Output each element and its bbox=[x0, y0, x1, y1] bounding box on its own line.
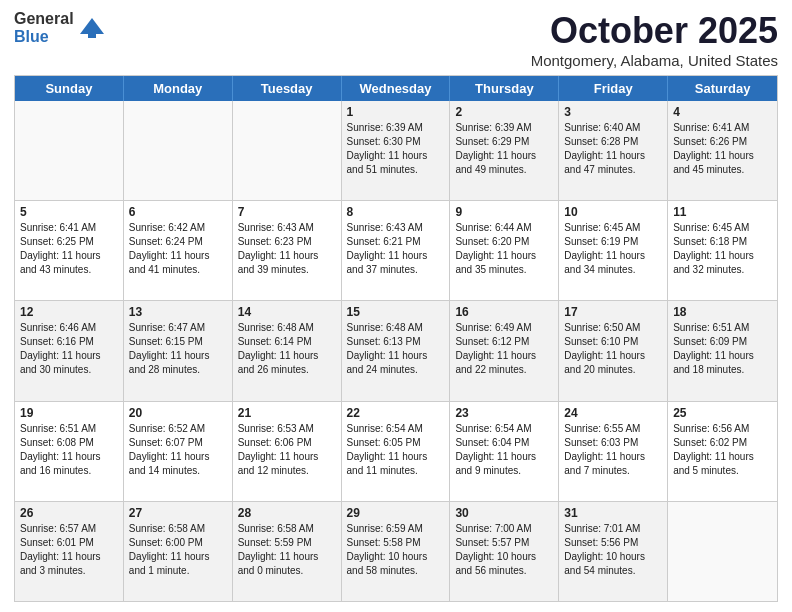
calendar-cell bbox=[233, 101, 342, 200]
cell-info: Sunrise: 6:43 AMSunset: 6:21 PMDaylight:… bbox=[347, 221, 445, 277]
day-number: 14 bbox=[238, 305, 336, 319]
day-number: 1 bbox=[347, 105, 445, 119]
logo-icon bbox=[78, 14, 106, 42]
cell-info: Sunrise: 6:58 AMSunset: 5:59 PMDaylight:… bbox=[238, 522, 336, 578]
calendar-cell: 18Sunrise: 6:51 AMSunset: 6:09 PMDayligh… bbox=[668, 301, 777, 400]
calendar-cell: 15Sunrise: 6:48 AMSunset: 6:13 PMDayligh… bbox=[342, 301, 451, 400]
cell-info: Sunrise: 6:58 AMSunset: 6:00 PMDaylight:… bbox=[129, 522, 227, 578]
header-day: Thursday bbox=[450, 76, 559, 101]
calendar-cell: 19Sunrise: 6:51 AMSunset: 6:08 PMDayligh… bbox=[15, 402, 124, 501]
svg-rect-1 bbox=[88, 34, 96, 38]
calendar-cell: 29Sunrise: 6:59 AMSunset: 5:58 PMDayligh… bbox=[342, 502, 451, 601]
cell-info: Sunrise: 6:47 AMSunset: 6:15 PMDaylight:… bbox=[129, 321, 227, 377]
calendar-cell: 13Sunrise: 6:47 AMSunset: 6:15 PMDayligh… bbox=[124, 301, 233, 400]
cell-info: Sunrise: 6:43 AMSunset: 6:23 PMDaylight:… bbox=[238, 221, 336, 277]
cell-info: Sunrise: 6:54 AMSunset: 6:04 PMDaylight:… bbox=[455, 422, 553, 478]
calendar-cell: 16Sunrise: 6:49 AMSunset: 6:12 PMDayligh… bbox=[450, 301, 559, 400]
calendar-cell: 23Sunrise: 6:54 AMSunset: 6:04 PMDayligh… bbox=[450, 402, 559, 501]
day-number: 28 bbox=[238, 506, 336, 520]
calendar-cell bbox=[124, 101, 233, 200]
cell-info: Sunrise: 7:01 AMSunset: 5:56 PMDaylight:… bbox=[564, 522, 662, 578]
day-number: 6 bbox=[129, 205, 227, 219]
calendar-cell: 21Sunrise: 6:53 AMSunset: 6:06 PMDayligh… bbox=[233, 402, 342, 501]
calendar-cell: 30Sunrise: 7:00 AMSunset: 5:57 PMDayligh… bbox=[450, 502, 559, 601]
day-number: 30 bbox=[455, 506, 553, 520]
calendar-cell: 24Sunrise: 6:55 AMSunset: 6:03 PMDayligh… bbox=[559, 402, 668, 501]
cell-info: Sunrise: 6:59 AMSunset: 5:58 PMDaylight:… bbox=[347, 522, 445, 578]
cell-info: Sunrise: 6:48 AMSunset: 6:13 PMDaylight:… bbox=[347, 321, 445, 377]
cell-info: Sunrise: 6:39 AMSunset: 6:29 PMDaylight:… bbox=[455, 121, 553, 177]
calendar-cell: 1Sunrise: 6:39 AMSunset: 6:30 PMDaylight… bbox=[342, 101, 451, 200]
cell-info: Sunrise: 6:49 AMSunset: 6:12 PMDaylight:… bbox=[455, 321, 553, 377]
calendar-cell: 11Sunrise: 6:45 AMSunset: 6:18 PMDayligh… bbox=[668, 201, 777, 300]
day-number: 26 bbox=[20, 506, 118, 520]
cell-info: Sunrise: 6:44 AMSunset: 6:20 PMDaylight:… bbox=[455, 221, 553, 277]
calendar-cell: 3Sunrise: 6:40 AMSunset: 6:28 PMDaylight… bbox=[559, 101, 668, 200]
logo-blue: Blue bbox=[14, 28, 74, 46]
cell-info: Sunrise: 6:41 AMSunset: 6:26 PMDaylight:… bbox=[673, 121, 772, 177]
day-number: 17 bbox=[564, 305, 662, 319]
cell-info: Sunrise: 6:51 AMSunset: 6:08 PMDaylight:… bbox=[20, 422, 118, 478]
calendar-cell: 6Sunrise: 6:42 AMSunset: 6:24 PMDaylight… bbox=[124, 201, 233, 300]
cell-info: Sunrise: 6:39 AMSunset: 6:30 PMDaylight:… bbox=[347, 121, 445, 177]
calendar-cell: 7Sunrise: 6:43 AMSunset: 6:23 PMDaylight… bbox=[233, 201, 342, 300]
header-day: Wednesday bbox=[342, 76, 451, 101]
cell-info: Sunrise: 6:46 AMSunset: 6:16 PMDaylight:… bbox=[20, 321, 118, 377]
day-number: 13 bbox=[129, 305, 227, 319]
cell-info: Sunrise: 6:45 AMSunset: 6:18 PMDaylight:… bbox=[673, 221, 772, 277]
day-number: 24 bbox=[564, 406, 662, 420]
day-number: 16 bbox=[455, 305, 553, 319]
calendar: SundayMondayTuesdayWednesdayThursdayFrid… bbox=[14, 75, 778, 602]
svg-marker-0 bbox=[80, 18, 104, 34]
cell-info: Sunrise: 7:00 AMSunset: 5:57 PMDaylight:… bbox=[455, 522, 553, 578]
cell-info: Sunrise: 6:51 AMSunset: 6:09 PMDaylight:… bbox=[673, 321, 772, 377]
cell-info: Sunrise: 6:55 AMSunset: 6:03 PMDaylight:… bbox=[564, 422, 662, 478]
title-location: Montgomery, Alabama, United States bbox=[531, 52, 778, 69]
calendar-row: 26Sunrise: 6:57 AMSunset: 6:01 PMDayligh… bbox=[15, 502, 777, 601]
calendar-cell: 17Sunrise: 6:50 AMSunset: 6:10 PMDayligh… bbox=[559, 301, 668, 400]
calendar-cell: 12Sunrise: 6:46 AMSunset: 6:16 PMDayligh… bbox=[15, 301, 124, 400]
cell-info: Sunrise: 6:41 AMSunset: 6:25 PMDaylight:… bbox=[20, 221, 118, 277]
header-day: Tuesday bbox=[233, 76, 342, 101]
day-number: 2 bbox=[455, 105, 553, 119]
day-number: 22 bbox=[347, 406, 445, 420]
day-number: 21 bbox=[238, 406, 336, 420]
header-day: Friday bbox=[559, 76, 668, 101]
calendar-cell: 26Sunrise: 6:57 AMSunset: 6:01 PMDayligh… bbox=[15, 502, 124, 601]
logo: General Blue bbox=[14, 10, 106, 45]
calendar-cell: 20Sunrise: 6:52 AMSunset: 6:07 PMDayligh… bbox=[124, 402, 233, 501]
calendar-row: 1Sunrise: 6:39 AMSunset: 6:30 PMDaylight… bbox=[15, 101, 777, 201]
cell-info: Sunrise: 6:50 AMSunset: 6:10 PMDaylight:… bbox=[564, 321, 662, 377]
calendar-cell: 14Sunrise: 6:48 AMSunset: 6:14 PMDayligh… bbox=[233, 301, 342, 400]
day-number: 18 bbox=[673, 305, 772, 319]
calendar-row: 19Sunrise: 6:51 AMSunset: 6:08 PMDayligh… bbox=[15, 402, 777, 502]
calendar-cell: 4Sunrise: 6:41 AMSunset: 6:26 PMDaylight… bbox=[668, 101, 777, 200]
calendar-cell bbox=[15, 101, 124, 200]
day-number: 20 bbox=[129, 406, 227, 420]
day-number: 8 bbox=[347, 205, 445, 219]
calendar-row: 12Sunrise: 6:46 AMSunset: 6:16 PMDayligh… bbox=[15, 301, 777, 401]
calendar-cell: 22Sunrise: 6:54 AMSunset: 6:05 PMDayligh… bbox=[342, 402, 451, 501]
cell-info: Sunrise: 6:53 AMSunset: 6:06 PMDaylight:… bbox=[238, 422, 336, 478]
day-number: 10 bbox=[564, 205, 662, 219]
day-number: 4 bbox=[673, 105, 772, 119]
calendar-cell: 2Sunrise: 6:39 AMSunset: 6:29 PMDaylight… bbox=[450, 101, 559, 200]
header-day: Saturday bbox=[668, 76, 777, 101]
cell-info: Sunrise: 6:56 AMSunset: 6:02 PMDaylight:… bbox=[673, 422, 772, 478]
calendar-body: 1Sunrise: 6:39 AMSunset: 6:30 PMDaylight… bbox=[15, 101, 777, 601]
cell-info: Sunrise: 6:54 AMSunset: 6:05 PMDaylight:… bbox=[347, 422, 445, 478]
calendar-cell: 27Sunrise: 6:58 AMSunset: 6:00 PMDayligh… bbox=[124, 502, 233, 601]
calendar-cell: 10Sunrise: 6:45 AMSunset: 6:19 PMDayligh… bbox=[559, 201, 668, 300]
day-number: 3 bbox=[564, 105, 662, 119]
calendar-cell: 25Sunrise: 6:56 AMSunset: 6:02 PMDayligh… bbox=[668, 402, 777, 501]
cell-info: Sunrise: 6:57 AMSunset: 6:01 PMDaylight:… bbox=[20, 522, 118, 578]
logo-general: General bbox=[14, 10, 74, 28]
day-number: 11 bbox=[673, 205, 772, 219]
calendar-cell: 5Sunrise: 6:41 AMSunset: 6:25 PMDaylight… bbox=[15, 201, 124, 300]
day-number: 7 bbox=[238, 205, 336, 219]
calendar-row: 5Sunrise: 6:41 AMSunset: 6:25 PMDaylight… bbox=[15, 201, 777, 301]
calendar-header: SundayMondayTuesdayWednesdayThursdayFrid… bbox=[15, 76, 777, 101]
day-number: 9 bbox=[455, 205, 553, 219]
calendar-cell: 8Sunrise: 6:43 AMSunset: 6:21 PMDaylight… bbox=[342, 201, 451, 300]
day-number: 12 bbox=[20, 305, 118, 319]
